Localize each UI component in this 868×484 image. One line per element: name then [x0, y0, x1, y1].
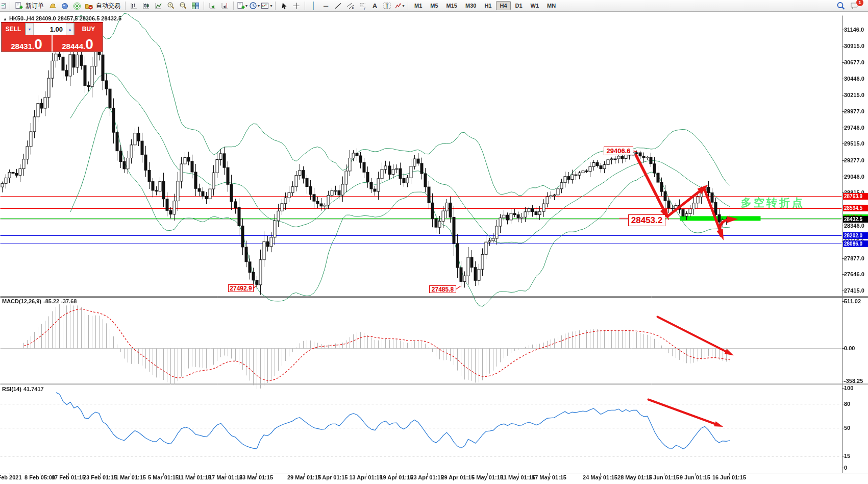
cursor-icon[interactable]	[278, 1, 290, 11]
chart-shift-icon[interactable]	[219, 1, 231, 11]
timeframe-M5[interactable]: M5	[427, 1, 441, 10]
crosshair-icon[interactable]	[290, 1, 302, 11]
timeframe-H4[interactable]: H4	[496, 1, 510, 10]
account-icon[interactable]	[59, 1, 70, 11]
time-tick-label: 5 Mar 01:15	[148, 474, 179, 480]
text-label-tool-icon[interactable]: T	[381, 1, 393, 11]
price-tag-annotation[interactable]: 29406.6	[604, 147, 633, 155]
separator	[204, 2, 204, 10]
timeframe-MN[interactable]: MN	[543, 1, 559, 10]
rsi-scale-label: 80	[844, 401, 850, 407]
price-tick-label: 29515.0	[844, 140, 864, 147]
time-tick-label: 17 Mar 01:15	[209, 474, 242, 480]
separator	[305, 2, 305, 10]
time-tick-label: 23 Feb 01:15	[83, 474, 117, 480]
chat-notification-icon[interactable]: 1	[849, 1, 860, 11]
tile-windows-icon[interactable]	[189, 1, 201, 11]
zoom-out-icon[interactable]	[177, 1, 189, 11]
horizontal-line-tool-icon[interactable]: ─	[320, 1, 332, 11]
timeframe-H1[interactable]: H1	[481, 1, 495, 10]
price-line-label: 28432.5	[843, 216, 868, 223]
svg-text:T: T	[386, 3, 389, 9]
volume-value[interactable]: 1.00	[34, 23, 66, 35]
volume-decrease-button[interactable]: ▼	[26, 23, 34, 35]
time-tick-label: 13 Apr 01:15	[349, 474, 382, 480]
collapse-quote-panel-icon[interactable]: ▲	[3, 17, 7, 21]
zoom-in-icon[interactable]	[165, 1, 177, 11]
price-tick-label: 29277.0	[844, 157, 864, 163]
price-tick-label: 27415.0	[844, 287, 864, 294]
price-chart-canvas[interactable]	[0, 12, 868, 484]
chart-title: ▲HK50-,H4 28409.0 28457.5 28306.5 28432.…	[3, 15, 121, 21]
auto-scroll-icon[interactable]	[207, 1, 218, 11]
bar-chart-type-icon[interactable]	[128, 1, 140, 11]
arrows-tool-icon[interactable]: ▾	[393, 1, 405, 11]
rsi-scale-label: 100	[844, 385, 853, 391]
ask-price[interactable]: 28444. 0	[52, 35, 103, 52]
price-tick-label: 30215.0	[844, 92, 864, 98]
vertical-line-tool-icon[interactable]: │	[308, 1, 319, 11]
fibonacci-tool-icon[interactable]: F	[357, 1, 368, 11]
time-tick-label: Feb 2021	[0, 474, 22, 480]
timeframe-D1[interactable]: D1	[512, 1, 526, 10]
line-chart-type-icon[interactable]	[153, 1, 164, 11]
market-watch-icon[interactable]	[2, 1, 7, 11]
signal-icon[interactable]	[71, 1, 83, 11]
new-order-icon[interactable]	[13, 1, 24, 11]
rsi-scale-label: 0	[844, 465, 847, 471]
price-tick-label: 29746.0	[844, 125, 864, 131]
time-tick-label: 23 Mar 01:15	[239, 474, 273, 480]
gold-deposit-icon[interactable]	[46, 1, 58, 11]
separator	[10, 2, 10, 10]
time-tick-label: 17 May 01:15	[532, 474, 566, 480]
autotrade-label[interactable]: 自动交易	[96, 2, 120, 10]
price-tick-label: 28346.0	[844, 223, 864, 229]
period-clock-dropdown-icon[interactable]: ▾	[249, 1, 260, 11]
price-tag-annotation[interactable]: 27492.9	[228, 284, 254, 292]
svg-text:F: F	[364, 7, 366, 10]
time-tick-label: 16 Jun 01:15	[712, 474, 746, 480]
buy-button[interactable]: BUY	[75, 23, 103, 35]
time-tick-label: 29 Mar 01:15	[287, 474, 321, 480]
macd-scale-label: 511.02	[844, 298, 861, 304]
price-tag-annotation[interactable]: 28453.2	[628, 214, 665, 226]
one-click-trading-panel: SELL ▼ 1.00 ▲ BUY 28431. 0 28444. 0	[1, 22, 103, 52]
trendline-tool-icon[interactable]	[332, 1, 344, 11]
volume-increase-button[interactable]: ▲	[66, 23, 74, 35]
time-tick-label: 8 Feb 05:00	[24, 474, 55, 480]
time-tick-label: 24 May 01:15	[583, 474, 617, 480]
channel-tool-icon[interactable]: E	[344, 1, 356, 11]
price-tick-label: 31146.0	[844, 27, 864, 33]
chart-window[interactable]: ▲HK50-,H4 28409.0 28457.5 28306.5 28432.…	[0, 12, 868, 484]
new-chart-dropdown-icon[interactable]: ▾	[236, 1, 248, 11]
search-icon[interactable]	[835, 1, 847, 11]
volume-stepper: ▼ 1.00 ▲	[25, 23, 75, 35]
timeframe-M30[interactable]: M30	[462, 1, 480, 10]
turning-point-note[interactable]: 多空转折点	[741, 196, 805, 210]
autotrade-icon[interactable]	[83, 1, 95, 11]
sell-button[interactable]: SELL	[2, 23, 25, 35]
bid-price[interactable]: 28431. 0	[2, 35, 52, 52]
separator	[125, 2, 126, 10]
separator	[408, 2, 408, 10]
timeframe-W1[interactable]: W1	[527, 1, 543, 10]
time-tick-label: 29 Apr 01:15	[441, 474, 474, 480]
price-tag-annotation[interactable]: 27485.8	[429, 285, 456, 293]
text-tool-icon[interactable]: A	[369, 1, 381, 11]
price-tick-label: 27646.0	[844, 271, 864, 277]
notification-badge: 1	[856, 0, 864, 7]
time-tick-label: 11 May 01:15	[501, 474, 535, 480]
rsi-scale-label: 15	[844, 453, 850, 459]
timeframe-M1[interactable]: M1	[411, 1, 426, 10]
candlestick-chart-type-icon[interactable]	[140, 1, 152, 11]
timeframe-M15[interactable]: M15	[443, 1, 461, 10]
toolbar-right-group: 1	[835, 1, 866, 11]
time-tick-label: 11 Mar 01:15	[178, 474, 211, 480]
main-toolbar: 新订单 自动交易 ▾ ▾ ▾	[0, 0, 868, 12]
price-line-label: 28594.5	[843, 205, 868, 211]
indicators-dropdown-icon[interactable]: ▾	[261, 1, 272, 11]
time-tick-label: 5 May 01:15	[472, 474, 503, 480]
macd-scale-label: -358.25	[844, 378, 863, 384]
macd-indicator-title: MACD(12,26,9)-85.22 -37.68	[2, 298, 77, 304]
new-order-label[interactable]: 新订单	[26, 2, 44, 10]
